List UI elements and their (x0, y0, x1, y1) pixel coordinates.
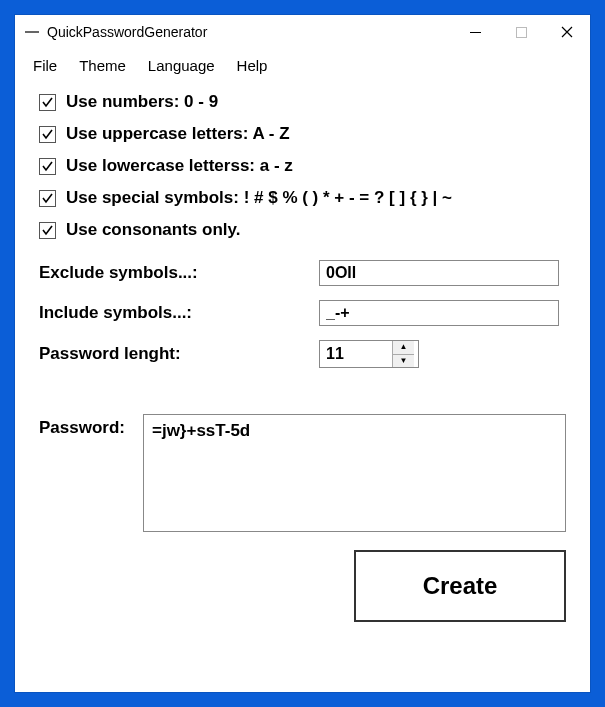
option-consonants-row: Use consonants only. (39, 220, 566, 240)
exclude-row: Exclude symbols...: (39, 260, 566, 286)
create-row: Create (39, 550, 566, 622)
create-button[interactable]: Create (354, 550, 566, 622)
length-row: Password lenght: ▲ ▼ (39, 340, 566, 368)
menu-help[interactable]: Help (237, 57, 268, 74)
check-icon (41, 160, 54, 173)
menu-theme[interactable]: Theme (79, 57, 126, 74)
length-label: Password lenght: (39, 344, 319, 364)
svg-rect-0 (470, 32, 481, 33)
include-input[interactable] (319, 300, 559, 326)
app-window: QuickPasswordGenerator File Theme Langua… (15, 15, 590, 692)
maximize-icon (516, 27, 527, 38)
check-icon (41, 96, 54, 109)
consonants-label: Use consonants only. (66, 220, 240, 240)
menu-file[interactable]: File (33, 57, 57, 74)
spin-up-button[interactable]: ▲ (393, 341, 414, 355)
length-input[interactable] (320, 341, 392, 367)
check-icon (41, 192, 54, 205)
exclude-label: Exclude symbols...: (39, 263, 319, 283)
maximize-button[interactable] (498, 17, 544, 47)
lowercase-checkbox[interactable] (39, 158, 56, 175)
close-button[interactable] (544, 17, 590, 47)
check-icon (41, 128, 54, 141)
option-special-row: Use special symbols: ! # $ % ( ) * + - =… (39, 188, 566, 208)
consonants-checkbox[interactable] (39, 222, 56, 239)
numbers-checkbox[interactable] (39, 94, 56, 111)
option-numbers-row: Use numbers: 0 - 9 (39, 92, 566, 112)
svg-rect-1 (516, 27, 526, 37)
option-lowercase-row: Use lowercase letterss: a - z (39, 156, 566, 176)
include-label: Include symbols...: (39, 303, 319, 323)
numbers-label: Use numbers: 0 - 9 (66, 92, 218, 112)
menubar: File Theme Language Help (15, 49, 590, 84)
menu-language[interactable]: Language (148, 57, 215, 74)
window-title: QuickPasswordGenerator (47, 24, 452, 40)
password-label: Password: (39, 414, 125, 532)
exclude-input[interactable] (319, 260, 559, 286)
password-row: Password: (39, 414, 566, 532)
lowercase-label: Use lowercase letterss: a - z (66, 156, 293, 176)
uppercase-label: Use uppercase letters: A - Z (66, 124, 290, 144)
include-row: Include symbols...: (39, 300, 566, 326)
password-output[interactable] (143, 414, 566, 532)
check-icon (41, 224, 54, 237)
titlebar: QuickPasswordGenerator (15, 15, 590, 49)
app-icon (25, 31, 39, 33)
spinner-buttons: ▲ ▼ (392, 341, 414, 367)
minimize-icon (470, 32, 481, 33)
close-icon (561, 26, 573, 38)
window-controls (452, 17, 590, 47)
special-checkbox[interactable] (39, 190, 56, 207)
option-uppercase-row: Use uppercase letters: A - Z (39, 124, 566, 144)
spin-down-button[interactable]: ▼ (393, 355, 414, 368)
minimize-button[interactable] (452, 17, 498, 47)
length-spinner: ▲ ▼ (319, 340, 419, 368)
content-area: Use numbers: 0 - 9 Use uppercase letters… (15, 84, 590, 642)
uppercase-checkbox[interactable] (39, 126, 56, 143)
special-label: Use special symbols: ! # $ % ( ) * + - =… (66, 188, 452, 208)
